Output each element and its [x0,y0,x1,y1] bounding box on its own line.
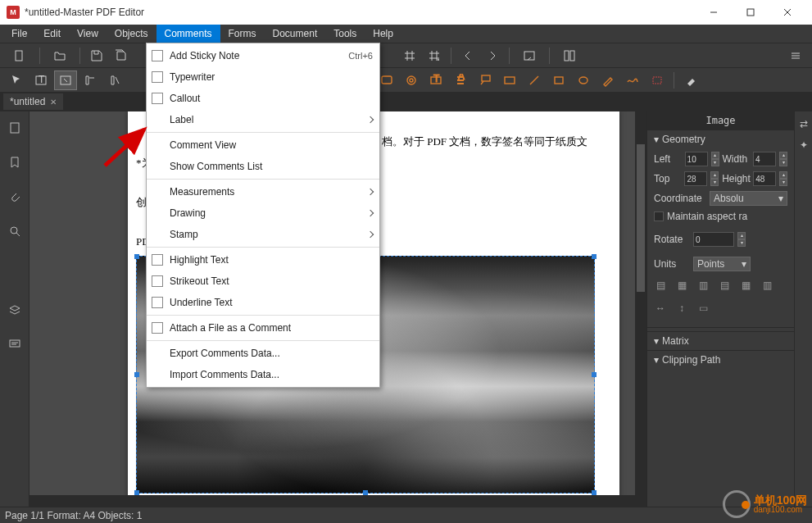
menu-comments[interactable]: Comments [157,25,220,43]
open-button[interactable] [45,46,75,66]
width-input[interactable] [753,152,776,166]
align-bottom-icon[interactable]: ▥ [760,280,773,291]
document-tab[interactable]: *untitled ✕ [3,93,63,110]
snap-icon[interactable] [423,46,446,66]
menu-tools[interactable]: Tools [325,25,365,43]
align-center-icon[interactable]: ▦ [675,280,688,291]
align-middle-icon[interactable]: ▦ [739,280,752,291]
menu-item-label[interactable]: Label [147,109,379,130]
area-tool[interactable] [646,70,669,90]
align-left-icon[interactable]: ▤ [654,280,667,291]
distribute-v-icon[interactable]: ↕ [675,302,688,314]
menu-edit[interactable]: Edit [35,25,69,43]
panel-toggle-icon[interactable]: ⇄ [796,116,811,131]
bookmarks-panel-icon[interactable] [3,151,26,174]
edit-object-tool[interactable] [54,70,77,90]
tab-close-icon[interactable]: ✕ [50,98,57,107]
top-input[interactable] [684,171,707,186]
zoom-dropdown[interactable] [515,46,544,66]
distribute-h-icon[interactable]: ↔ [654,302,667,314]
menu-item-callout[interactable]: Callout [147,88,379,109]
stamp-tool[interactable] [400,70,423,90]
menu-help[interactable]: Help [365,25,401,43]
minimize-button[interactable] [695,0,732,25]
freehand-tool[interactable] [621,70,644,90]
menu-document[interactable]: Document [265,25,326,43]
new-doc-button[interactable] [5,46,34,66]
pages-panel-icon[interactable] [3,116,26,139]
svg-rect-23 [11,123,19,133]
menu-item-measurements[interactable]: Measurements [147,181,379,202]
menu-item-stamp[interactable]: Stamp [147,224,379,245]
edit-text-tool[interactable]: T [29,70,52,90]
search-panel-icon[interactable] [3,220,26,243]
ellipse-tool[interactable] [572,70,595,90]
comments-panel-icon[interactable] [3,333,26,356]
matrix-section-header[interactable]: ▾ Matrix [647,332,794,350]
coordinate-dropdown[interactable]: Absolu▾ [710,191,787,206]
vertical-scrollbar[interactable] [635,111,646,507]
menu-forms[interactable]: Forms [220,25,265,43]
vertical-text-tool[interactable] [103,70,126,90]
line-tool[interactable] [523,70,546,90]
height-label: Height [722,173,750,184]
menu-item-strikeout-text[interactable]: Strikeout Text [147,271,379,292]
save-all-button[interactable] [110,46,133,66]
menu-overflow-icon[interactable] [784,46,807,66]
align-top-icon[interactable]: ▤ [718,280,731,291]
pencil-tool[interactable] [597,70,619,90]
rotate-input[interactable] [693,232,734,247]
menu-file[interactable]: File [3,25,35,43]
checkbox-icon [152,297,163,308]
units-dropdown[interactable]: Points▾ [693,257,751,271]
height-spinner[interactable]: ▴▾ [779,171,787,186]
left-spinner[interactable]: ▴▾ [711,152,719,166]
svg-rect-19 [505,77,515,84]
menu-item-export-comments-data-[interactable]: Export Comments Data... [147,343,379,364]
attachments-panel-icon[interactable] [3,185,26,208]
menu-view[interactable]: View [69,25,107,43]
next-page-button[interactable] [481,46,504,66]
menu-objects[interactable]: Objects [107,25,157,43]
edit-form-tool[interactable] [79,70,102,90]
aspect-checkbox[interactable] [654,211,664,221]
aspect-label: Maintain aspect ra [667,211,747,222]
view-mode-dropdown[interactable] [555,46,584,66]
left-input[interactable] [685,152,708,166]
callout-tool[interactable] [474,70,497,90]
layers-panel-icon[interactable] [3,298,26,321]
same-size-icon[interactable]: ▭ [696,302,710,314]
checkbox-icon [152,322,163,334]
rotate-spinner[interactable]: ▴▾ [737,232,746,247]
close-button[interactable] [769,0,805,25]
panel-pin-icon[interactable]: ✦ [796,138,811,152]
eraser-tool[interactable] [679,70,702,90]
menu-item-drawing[interactable]: Drawing [147,202,379,224]
textbox-tool[interactable] [498,70,521,90]
menu-separator [147,340,379,341]
typewriter-tool[interactable]: T [424,70,447,90]
menu-item-attach-a-file-as-a-comment[interactable]: Attach a File as a Comment [147,317,379,339]
prev-page-button[interactable] [456,46,479,66]
menu-item-underline-text[interactable]: Underline Text [147,292,379,313]
rectangle-tool[interactable] [547,70,570,90]
menu-item-show-comments-list[interactable]: Show Comments List [147,156,379,177]
grid-icon[interactable] [398,46,421,66]
horizontal-scrollbar[interactable] [29,495,635,507]
select-tool[interactable] [5,70,28,90]
menu-item-comment-view[interactable]: Comment View [147,134,379,156]
height-input[interactable] [753,171,776,186]
menu-item-typewriter[interactable]: Typewriter [147,66,379,88]
status-bar: Page 1/1 Format: A4 Objects: 1 [0,507,812,523]
menu-item-highlight-text[interactable]: Highlight Text [147,249,379,271]
align-right-icon[interactable]: ▥ [696,280,710,291]
width-spinner[interactable]: ▴▾ [779,152,787,166]
top-spinner[interactable]: ▴▾ [710,171,719,186]
save-button[interactable] [85,46,108,66]
maximize-button[interactable] [732,0,769,25]
geometry-section-header[interactable]: ▾ Geometry [647,130,794,148]
menu-item-add-sticky-note[interactable]: Add Sticky NoteCtrl+6 [147,45,379,66]
menu-item-import-comments-data-[interactable]: Import Comments Data... [147,364,379,385]
highlight-tool[interactable]: A [449,70,472,90]
clipping-section-header[interactable]: ▾ Clipping Path [647,351,794,369]
